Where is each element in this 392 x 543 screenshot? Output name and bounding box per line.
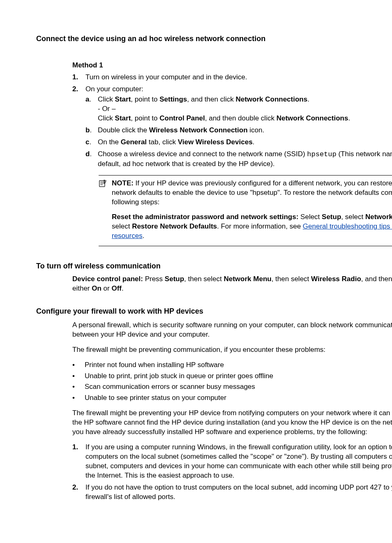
bullet-text: Unable to see printer status on your com…	[85, 393, 226, 403]
bullet-marker: •	[72, 360, 85, 370]
substep-marker: d.	[85, 150, 98, 169]
bullet-text: Printer not found when installing HP sof…	[85, 360, 224, 370]
bullet-marker: •	[72, 382, 85, 392]
step-1: 1. Turn on wireless in your computer and…	[72, 73, 392, 82]
substep-c: c. On the General tab, click View Wirele…	[85, 138, 392, 147]
firewall-para2: The firewall might be preventing communi…	[72, 345, 392, 355]
substep-marker: c.	[85, 138, 98, 147]
firewall-bullets: •Printer not found when installing HP so…	[72, 360, 392, 403]
substep-text: Click Start, point to Settings, and then…	[98, 95, 350, 123]
substep-marker: a.	[85, 95, 98, 123]
bullet-text: Scan communication errors or scanner bus…	[85, 382, 255, 392]
substep-marker: b.	[85, 126, 98, 135]
firewall-para3: The firewall might be preventing your HP…	[72, 409, 392, 437]
note-block: NOTE: If your HP device was previously c…	[99, 175, 392, 247]
step-number: 1.	[72, 73, 85, 82]
step-text: If you are using a computer running Wind…	[85, 443, 392, 481]
step-text: If you do not have the option to trust c…	[85, 483, 392, 502]
step-number: 2.	[72, 483, 85, 502]
substep-text: Double click the Wireless Network Connec…	[98, 126, 264, 135]
substep-d: d. Choose a wireless device and connect …	[85, 150, 392, 169]
step-text: On your computer:	[85, 85, 143, 94]
substep-a: a. Click Start, point to Settings, and t…	[85, 95, 392, 123]
bullet-marker: •	[72, 393, 85, 403]
step-text: Turn on wireless in your computer and in…	[85, 73, 247, 82]
firewall-step-1: 1. If you are using a computer running W…	[72, 443, 392, 481]
turnoff-text: Device control panel: Press Setup, then …	[72, 275, 392, 293]
substep-text: On the General tab, click View Wireless …	[98, 138, 254, 147]
note-icon	[99, 179, 108, 241]
method-heading: Method 1	[72, 61, 392, 70]
section-heading-turnoff: To turn off wireless communication	[36, 261, 392, 271]
bullet-text: Unable to print, print job stuck in queu…	[85, 372, 273, 381]
bullet-marker: •	[72, 372, 85, 381]
section-heading-adhoc: Connect the device using an ad hoc wirel…	[36, 34, 392, 44]
step-number: 1.	[72, 443, 85, 481]
firewall-step-2: 2. If you do not have the option to trus…	[72, 483, 392, 502]
substep-b: b. Double click the Wireless Network Con…	[85, 126, 392, 135]
step-2: 2. On your computer:	[72, 85, 392, 94]
section-heading-firewall: Configure your firewall to work with HP …	[36, 306, 392, 316]
firewall-para1: A personal firewall, which is security s…	[72, 321, 392, 340]
note-body: NOTE: If your HP device was previously c…	[112, 179, 392, 241]
substep-text: Choose a wireless device and connect to …	[98, 150, 392, 169]
step-number: 2.	[72, 85, 85, 94]
